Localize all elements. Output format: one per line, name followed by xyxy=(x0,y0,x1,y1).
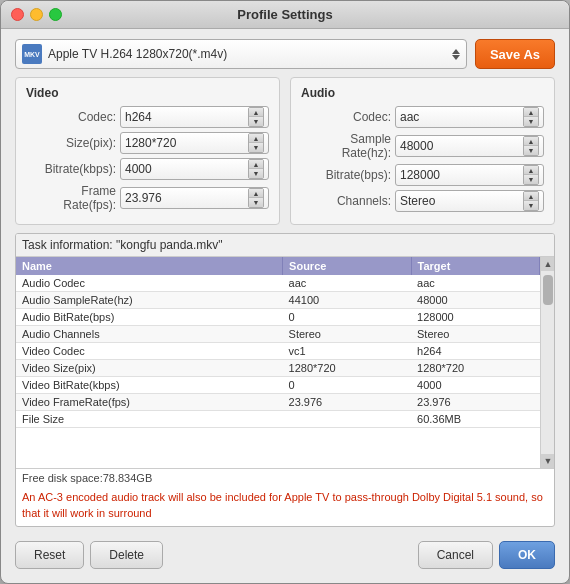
video-codec-stepper[interactable]: ▲ ▼ xyxy=(248,107,264,127)
row-source: 44100 xyxy=(283,292,411,309)
audio-channels-input[interactable]: Stereo ▲ ▼ xyxy=(395,190,544,212)
video-bitrate-value: 4000 xyxy=(125,162,248,176)
traffic-lights xyxy=(11,8,62,21)
audio-codec-down[interactable]: ▼ xyxy=(524,117,538,126)
row-source: vc1 xyxy=(283,343,411,360)
video-size-input[interactable]: 1280*720 ▲ ▼ xyxy=(120,132,269,154)
video-codec-input[interactable]: h264 ▲ ▼ xyxy=(120,106,269,128)
audio-samplerate-down[interactable]: ▼ xyxy=(524,146,538,155)
video-codec-label: Codec: xyxy=(26,110,116,124)
scroll-up-arrow[interactable]: ▲ xyxy=(541,257,554,271)
col-source: Source xyxy=(283,257,411,275)
video-framerate-row: Frame Rate(fps): 23.976 ▲ ▼ xyxy=(26,184,269,212)
table-row: Audio SampleRate(hz)4410048000 xyxy=(16,292,540,309)
audio-codec-row: Codec: aac ▲ ▼ xyxy=(301,106,544,128)
ac3-notice: An AC-3 encoded audio track will also be… xyxy=(16,487,554,526)
row-source: 23.976 xyxy=(283,394,411,411)
row-source: 0 xyxy=(283,377,411,394)
audio-codec-value: aac xyxy=(400,110,523,124)
task-header: Task information: "kongfu panda.mkv" xyxy=(16,234,554,257)
row-target: 48000 xyxy=(411,292,539,309)
reset-button[interactable]: Reset xyxy=(15,541,84,569)
video-framerate-stepper[interactable]: ▲ ▼ xyxy=(248,188,264,208)
table-row: File Size60.36MB xyxy=(16,411,540,428)
table-row: Audio Codecaacaac xyxy=(16,275,540,292)
video-codec-up[interactable]: ▲ xyxy=(249,108,263,117)
video-size-up[interactable]: ▲ xyxy=(249,134,263,143)
video-size-stepper[interactable]: ▲ ▼ xyxy=(248,133,264,153)
audio-samplerate-up[interactable]: ▲ xyxy=(524,137,538,146)
row-source: Stereo xyxy=(283,326,411,343)
cancel-button[interactable]: Cancel xyxy=(418,541,493,569)
audio-channels-label: Channels: xyxy=(301,194,391,208)
free-space: Free disk space:78.834GB xyxy=(16,468,554,487)
row-target: 60.36MB xyxy=(411,411,539,428)
row-target: Stereo xyxy=(411,326,539,343)
row-name: Audio Codec xyxy=(16,275,283,292)
window-title: Profile Settings xyxy=(237,7,332,22)
maximize-button[interactable] xyxy=(49,8,62,21)
close-button[interactable] xyxy=(11,8,24,21)
row-source: 0 xyxy=(283,309,411,326)
video-panel: Video Codec: h264 ▲ ▼ Size(pix): 1280*72… xyxy=(15,77,280,225)
video-bitrate-stepper[interactable]: ▲ ▼ xyxy=(248,159,264,179)
col-name: Name xyxy=(16,257,283,275)
video-size-down[interactable]: ▼ xyxy=(249,143,263,152)
video-bitrate-down[interactable]: ▼ xyxy=(249,169,263,178)
task-table-wrapper: Name Source Target Audio CodecaacaacAudi… xyxy=(16,257,554,468)
video-bitrate-row: Bitrate(kbps): 4000 ▲ ▼ xyxy=(26,158,269,180)
audio-bitrate-input[interactable]: 128000 ▲ ▼ xyxy=(395,164,544,186)
profile-stepper[interactable] xyxy=(452,49,460,60)
table-row: Audio BitRate(bps)0128000 xyxy=(16,309,540,326)
scroll-thumb[interactable] xyxy=(543,275,553,305)
video-codec-value: h264 xyxy=(125,110,248,124)
audio-codec-label: Codec: xyxy=(301,110,391,124)
video-size-value: 1280*720 xyxy=(125,136,248,150)
audio-samplerate-stepper[interactable]: ▲ ▼ xyxy=(523,136,539,156)
vertical-scrollbar[interactable]: ▲ ▼ xyxy=(540,257,554,468)
audio-codec-input[interactable]: aac ▲ ▼ xyxy=(395,106,544,128)
audio-samplerate-label: Sample Rate(hz): xyxy=(301,132,391,160)
mkv-icon: MKV xyxy=(22,44,42,64)
audio-channels-row: Channels: Stereo ▲ ▼ xyxy=(301,190,544,212)
audio-channels-value: Stereo xyxy=(400,194,523,208)
audio-codec-up[interactable]: ▲ xyxy=(524,108,538,117)
profile-down-arrow[interactable] xyxy=(452,55,460,60)
minimize-button[interactable] xyxy=(30,8,43,21)
delete-button[interactable]: Delete xyxy=(90,541,163,569)
save-as-button[interactable]: Save As xyxy=(475,39,555,69)
row-name: Audio SampleRate(hz) xyxy=(16,292,283,309)
video-codec-down[interactable]: ▼ xyxy=(249,117,263,126)
audio-codec-stepper[interactable]: ▲ ▼ xyxy=(523,107,539,127)
video-bitrate-input[interactable]: 4000 ▲ ▼ xyxy=(120,158,269,180)
ok-button[interactable]: OK xyxy=(499,541,555,569)
profile-up-arrow[interactable] xyxy=(452,49,460,54)
profile-select[interactable]: MKV Apple TV H.264 1280x720(*.m4v) xyxy=(15,39,467,69)
audio-panel: Audio Codec: aac ▲ ▼ Sample Rate(hz): 48… xyxy=(290,77,555,225)
video-framerate-input[interactable]: 23.976 ▲ ▼ xyxy=(120,187,269,209)
table-row: Video Codecvc1h264 xyxy=(16,343,540,360)
video-framerate-value: 23.976 xyxy=(125,191,248,205)
profile-name: Apple TV H.264 1280x720(*.m4v) xyxy=(48,47,446,61)
audio-channels-down[interactable]: ▼ xyxy=(524,201,538,210)
video-bitrate-up[interactable]: ▲ xyxy=(249,160,263,169)
audio-panel-title: Audio xyxy=(301,86,544,100)
row-target: h264 xyxy=(411,343,539,360)
video-framerate-down[interactable]: ▼ xyxy=(249,198,263,207)
audio-samplerate-input[interactable]: 48000 ▲ ▼ xyxy=(395,135,544,157)
audio-bitrate-up[interactable]: ▲ xyxy=(524,166,538,175)
task-section: Task information: "kongfu panda.mkv" Nam… xyxy=(15,233,555,527)
audio-channels-up[interactable]: ▲ xyxy=(524,192,538,201)
profile-settings-window: Profile Settings MKV Apple TV H.264 1280… xyxy=(0,0,570,584)
audio-samplerate-value: 48000 xyxy=(400,139,523,153)
video-framerate-up[interactable]: ▲ xyxy=(249,189,263,198)
table-row: Video BitRate(kbps)04000 xyxy=(16,377,540,394)
audio-bitrate-stepper[interactable]: ▲ ▼ xyxy=(523,165,539,185)
scroll-down-arrow[interactable]: ▼ xyxy=(541,454,554,468)
audio-bitrate-down[interactable]: ▼ xyxy=(524,175,538,184)
audio-channels-stepper[interactable]: ▲ ▼ xyxy=(523,191,539,211)
row-name: File Size xyxy=(16,411,283,428)
bottom-buttons: Reset Delete Cancel OK xyxy=(15,535,555,573)
right-buttons: Cancel OK xyxy=(418,541,555,569)
row-target: 128000 xyxy=(411,309,539,326)
